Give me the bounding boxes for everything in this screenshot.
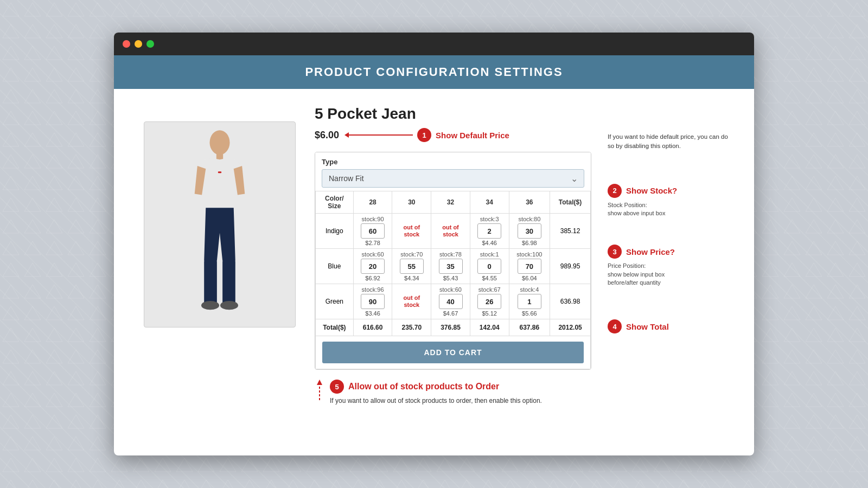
product-price: $6.00 [315, 130, 339, 141]
browser-dot-red [123, 40, 130, 48]
annotation-badge-5: 5 [330, 380, 344, 394]
col-header-color-size: Color/Size [316, 191, 354, 214]
totals-row: Total($) 616.60 235.70 376.85 142.04 637… [316, 319, 591, 336]
stock-label: stock:78 [435, 251, 467, 258]
type-select[interactable]: Narrow Fit Regular Fit Slim Fit [322, 169, 584, 188]
cell-blue-32: stock:78 $5.43 [431, 249, 470, 284]
total-col-34: 142.04 [470, 319, 509, 336]
annotations-section: If you want to hide default price, you c… [602, 105, 732, 406]
bottom-annotation-content: 5 Allow out of stock products to Order I… [330, 380, 542, 406]
total-col-32: 376.85 [431, 319, 470, 336]
stock-label: stock:1 [474, 251, 506, 258]
stock-label: stock:80 [513, 216, 547, 222]
qty-input-indigo-36[interactable] [518, 223, 541, 239]
price-label: $3.46 [357, 310, 389, 317]
total-col-grand: 2012.05 [550, 319, 591, 336]
price-label: $5.66 [513, 310, 547, 317]
qty-input-indigo-28[interactable] [361, 223, 385, 239]
cell-green-30: out ofstock [392, 284, 431, 319]
cell-blue-34: stock:1 $4.55 [470, 249, 509, 284]
cell-blue-30: stock:70 $4.34 [392, 249, 431, 284]
bottom-annotation-text: If you want to allow out of stock produc… [330, 396, 542, 406]
cell-blue-28: stock:60 $6.92 [353, 249, 392, 284]
stock-label: stock:70 [395, 251, 427, 258]
annotation-label-1: Show Default Price [436, 131, 509, 140]
annotation-header-2: 2 Show Stock? [608, 184, 732, 198]
price-label: $4.67 [435, 310, 467, 317]
bottom-annotation-header: 5 Allow out of stock products to Order [330, 380, 542, 394]
annotation-badge-2: 2 [608, 184, 622, 198]
browser-dot-green [146, 40, 154, 48]
arrow-up-container [315, 380, 324, 401]
qty-input-blue-34[interactable] [477, 259, 501, 274]
arrow-line [348, 134, 413, 136]
price-label: $5.12 [474, 310, 506, 317]
qty-input-blue-32[interactable] [439, 259, 463, 274]
color-indigo: Indigo [316, 214, 354, 249]
annotation-badge-1: 1 [417, 128, 431, 142]
qty-input-green-34[interactable] [477, 294, 501, 309]
total-blue: 989.95 [550, 249, 591, 284]
stock-label: stock:100 [513, 251, 547, 258]
add-to-cart-cell: ADD TO CART [316, 336, 591, 369]
cell-indigo-34: stock:3 $4.46 [470, 214, 509, 249]
cell-indigo-28: stock:90 $2.78 [353, 214, 392, 249]
page-title: PRODUCT CONFIGURATION SETTINGS [127, 65, 741, 79]
product-config-section: 5 Pocket Jean $6.00 1 Show Default Price… [304, 105, 602, 406]
annotation-label-4: Show Total [626, 322, 669, 331]
cell-indigo-36: stock:80 $6.98 [509, 214, 550, 249]
product-price-row: $6.00 1 Show Default Price [315, 128, 591, 142]
type-row: Type Narrow Fit Regular Fit Slim Fit [315, 152, 591, 191]
annotation-sub-3: Price Position: show below input box bef… [608, 262, 732, 287]
add-to-cart-row: ADD TO CART [316, 336, 591, 369]
qty-input-blue-36[interactable] [518, 259, 541, 274]
price-label: $4.46 [474, 240, 506, 246]
svg-marker-8 [317, 380, 322, 385]
annotation-label-3: Show Price? [626, 247, 675, 256]
annotation-text-1: If you want to hide default price, you c… [608, 132, 732, 151]
annotation-block-4: 4 Show Total [608, 319, 732, 333]
qty-input-green-36[interactable] [518, 294, 541, 309]
out-of-stock-label: out ofstock [395, 294, 427, 309]
qty-input-green-28[interactable] [361, 294, 385, 309]
annotation-badge-3: 3 [608, 245, 622, 259]
browser-window: PRODUCT CONFIGURATION SETTINGS [114, 33, 754, 455]
svg-point-0 [209, 130, 229, 155]
browser-dot-yellow [135, 40, 142, 48]
product-image-box [144, 121, 296, 328]
annotation-badge-4: 4 [608, 319, 622, 333]
price-label: $5.43 [435, 275, 467, 281]
total-col-28: 616.60 [353, 319, 392, 336]
price-label: $6.92 [357, 275, 389, 281]
qty-input-blue-30[interactable] [400, 259, 424, 274]
svg-point-5 [220, 301, 238, 310]
stock-label: stock:67 [474, 286, 506, 293]
type-select-wrapper[interactable]: Narrow Fit Regular Fit Slim Fit [322, 169, 584, 188]
col-header-36: 36 [509, 191, 550, 214]
annotation-sub-2: Stock Position: show above input box [608, 201, 732, 218]
cell-green-32: stock:60 $4.67 [431, 284, 470, 319]
page-content: 5 Pocket Jean $6.00 1 Show Default Price… [114, 89, 754, 427]
qty-input-green-32[interactable] [439, 294, 463, 309]
stock-label: stock:60 [435, 286, 467, 293]
qty-input-indigo-34[interactable] [477, 223, 501, 239]
stock-label: stock:3 [474, 216, 506, 222]
price-arrow: 1 Show Default Price [348, 128, 509, 142]
svg-point-4 [201, 301, 219, 310]
out-of-stock-label: out ofstock [395, 224, 427, 238]
product-title: 5 Pocket Jean [315, 105, 591, 123]
qty-input-blue-28[interactable] [361, 259, 385, 274]
stock-label: stock:60 [357, 251, 389, 258]
stock-label: stock:4 [513, 286, 547, 293]
product-grid-table: Color/Size 28 30 32 34 36 Total($) Indig… [315, 191, 591, 369]
svg-rect-3 [222, 260, 235, 304]
add-to-cart-button[interactable]: ADD TO CART [322, 342, 584, 363]
stock-label: stock:96 [357, 286, 389, 293]
arrow-up-icon [315, 380, 324, 401]
annotation-block-3: 3 Show Price? Price Position: show below… [608, 245, 732, 287]
annotation-header-3: 3 Show Price? [608, 245, 732, 259]
total-col-36: 637.86 [509, 319, 550, 336]
total-indigo: 385.12 [550, 214, 591, 249]
cell-indigo-30: out ofstock [392, 214, 431, 249]
col-header-32: 32 [431, 191, 470, 214]
